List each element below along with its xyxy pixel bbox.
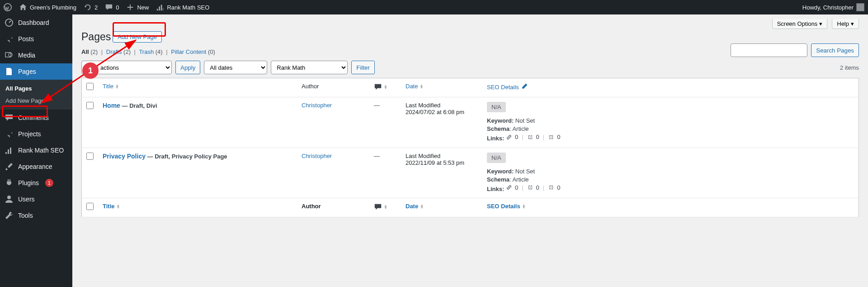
column-date[interactable]: Date▲▼ <box>406 83 423 90</box>
wp-logo[interactable] <box>4 3 12 11</box>
user-icon <box>5 195 14 204</box>
pages-table: Title▲▼ Author ▲▼ Date▲▼ SEO Details Hom… <box>81 78 859 217</box>
menu-comments[interactable]: Comments <box>0 110 72 126</box>
submenu-all-pages[interactable]: All Pages <box>0 82 72 95</box>
admin-bar: Green's Plumbing 2 0 New Rank Math SEO H… <box>0 0 868 14</box>
external-link-icon <box>527 134 533 140</box>
plugin-update-badge: 1 <box>45 179 53 187</box>
seo-badge: N/A <box>487 153 506 163</box>
row-date-label: Last Modified <box>406 102 478 109</box>
help-button[interactable]: Help ▾ <box>832 19 859 29</box>
svg-point-2 <box>9 53 12 57</box>
dates-filter-select[interactable]: All dates <box>204 61 267 74</box>
row-state: — Draft, Divi <box>120 102 157 109</box>
plus-icon <box>126 3 134 11</box>
menu-users[interactable]: Users <box>0 191 72 207</box>
tab-all[interactable]: All <box>81 48 89 55</box>
row-date-value: 2022/11/09 at 5:53 pm <box>406 159 478 166</box>
submenu-add-new-page[interactable]: Add New Page <box>0 95 72 107</box>
row-title-link[interactable]: Home <box>103 102 120 109</box>
screen-options-button[interactable]: Screen Options ▾ <box>772 19 828 29</box>
brush-icon <box>5 162 14 171</box>
bulk-actions-select[interactable]: Bulk actions <box>81 61 172 74</box>
sort-icon: ▲▼ <box>115 84 119 89</box>
page-icon <box>5 67 14 76</box>
tab-drafts-count: (2) <box>123 48 131 55</box>
row-state: — Draft, Privacy Policy Page <box>146 153 227 160</box>
pages-submenu: All Pages Add New Page <box>0 80 72 110</box>
table-row: Privacy Policy — Draft, Privacy Policy P… <box>82 148 859 198</box>
comment-icon <box>5 113 14 122</box>
content-area: Screen Options ▾ Help ▾ Pages Add New Pa… <box>72 14 868 217</box>
menu-rank-math[interactable]: Rank Math SEO <box>0 142 72 158</box>
avatar-icon <box>856 3 864 11</box>
row-author-link[interactable]: Christopher <box>302 153 332 159</box>
tab-all-count: (2) <box>90 48 98 55</box>
new-content-link[interactable]: New <box>126 3 149 11</box>
column-author-footer: Author <box>297 198 369 217</box>
row-date-label: Last Modified <box>406 153 478 159</box>
tab-drafts[interactable]: Drafts <box>106 48 122 55</box>
home-icon <box>19 3 27 11</box>
menu-pages[interactable]: Pages <box>0 63 72 80</box>
page-title: Pages <box>81 31 111 43</box>
column-comments-footer[interactable]: ▲▼ <box>374 203 387 211</box>
row-author-link[interactable]: Christopher <box>302 102 332 109</box>
external-link-icon <box>527 184 533 191</box>
tab-trash[interactable]: Trash <box>139 48 154 55</box>
row-comments: — <box>374 102 380 109</box>
menu-media[interactable]: Media <box>0 47 72 63</box>
pin-icon <box>5 129 14 139</box>
select-all-checkbox[interactable] <box>86 83 94 90</box>
pencil-icon <box>521 83 528 91</box>
comment-icon <box>374 83 382 91</box>
add-new-page-button[interactable]: Add New Page <box>113 31 162 43</box>
search-pages-button[interactable]: Search Pages <box>811 43 859 57</box>
plug-icon <box>5 178 14 187</box>
column-title-footer[interactable]: Title▲▼ <box>103 203 120 210</box>
sort-icon: ▲▼ <box>117 204 120 209</box>
column-title[interactable]: Title▲▼ <box>103 83 119 90</box>
rank-math-link[interactable]: Rank Math SEO <box>156 3 209 11</box>
caret-down-icon: ▾ <box>819 20 822 27</box>
column-seo-details[interactable]: SEO Details <box>487 83 528 91</box>
column-seo-details-footer[interactable]: SEO Details▲▼ <box>487 203 526 210</box>
menu-projects[interactable]: Projects <box>0 126 72 142</box>
rank-math-filter-select[interactable]: Rank Math <box>271 61 348 74</box>
menu-dashboard[interactable]: Dashboard <box>0 14 72 31</box>
comments-link[interactable]: 0 <box>105 3 119 11</box>
filter-button[interactable]: Filter <box>351 61 375 74</box>
menu-posts[interactable]: Posts <box>0 31 72 47</box>
wrench-icon <box>5 211 14 217</box>
row-title-link[interactable]: Privacy Policy <box>103 153 146 160</box>
apply-button[interactable]: Apply <box>175 61 200 74</box>
sort-icon: ▲▼ <box>384 85 387 89</box>
howdy-user[interactable]: Howdy, Christopher <box>802 3 864 11</box>
column-comments[interactable]: ▲▼ <box>374 83 387 91</box>
row-checkbox[interactable] <box>86 102 94 109</box>
row-comments: — <box>374 153 380 159</box>
comment-icon <box>105 3 113 11</box>
caret-down-icon: ▾ <box>851 20 854 27</box>
chart-icon <box>5 146 14 155</box>
sort-icon: ▲▼ <box>420 204 424 209</box>
media-icon <box>5 51 14 60</box>
select-all-checkbox-footer[interactable] <box>86 203 94 210</box>
svg-point-3 <box>7 196 11 199</box>
seo-badge: N/A <box>487 102 506 112</box>
site-name-link[interactable]: Green's Plumbing <box>19 3 76 11</box>
pin-icon <box>5 34 14 43</box>
items-count: 2 items <box>840 64 859 71</box>
menu-plugins[interactable]: Plugins1 <box>0 175 72 191</box>
search-input[interactable] <box>731 43 807 57</box>
tab-trash-count: (4) <box>156 48 163 55</box>
tab-pillar[interactable]: Pillar Content <box>171 48 206 55</box>
updates-link[interactable]: 2 <box>84 3 98 11</box>
menu-tools[interactable]: Tools <box>0 207 72 217</box>
row-date-value: 2024/07/02 at 6:08 pm <box>406 109 478 115</box>
column-date-footer[interactable]: Date▲▼ <box>406 203 424 210</box>
row-checkbox[interactable] <box>86 153 94 160</box>
link-icon <box>506 134 512 140</box>
admin-sidebar: Dashboard Posts Media Pages All Pages Ad… <box>0 14 72 217</box>
menu-appearance[interactable]: Appearance <box>0 158 72 175</box>
